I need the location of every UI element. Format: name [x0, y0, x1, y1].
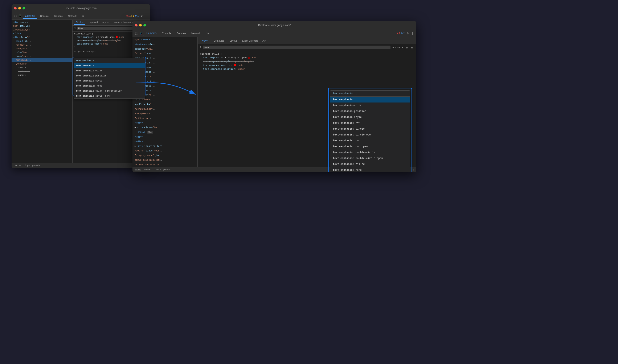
fg-dom-line: "UUbT9" class="UUb...: [133, 148, 197, 153]
bg-subtab-computed[interactable]: Computed: [86, 21, 99, 25]
bg-warning-badge: ⚠ 1: [130, 15, 134, 17]
fg-css-emphasis-position: text-emphasis-position: under;: [200, 67, 414, 71]
fg-tab-network[interactable]: Network: [189, 31, 203, 36]
fg-dom-line: "display:none" jsa...: [133, 153, 197, 158]
dom-line: text-e...: [12, 70, 72, 74]
bg-subtab-styles[interactable]: Styles: [74, 20, 85, 25]
bg-inspect-icon[interactable]: ⬚: [13, 14, 17, 18]
fg-add-style-icon[interactable]: +: [402, 46, 403, 49]
dom-line: type="sub...: [12, 55, 72, 58]
fg-autocomplete-item-6[interactable]: text-emphasis: circle open: [330, 132, 410, 138]
fg-tab-more[interactable]: >>: [204, 31, 212, 36]
dom-line: <input cl...: [12, 39, 72, 43]
bg-autocomplete[interactable]: text-emphasis: ; text-emphasis text-emph…: [74, 58, 145, 99]
fg-dom-line: "0chBUKEwiggf...: [133, 107, 197, 111]
bg-filter-input[interactable]: [77, 27, 133, 30]
bg-tab-network[interactable]: Network: [66, 13, 79, 18]
fg-autocomplete-item-5[interactable]: text-emphasis: circle: [330, 126, 410, 132]
fg-dom-line: tzDCd;mouseleave:M...: [133, 158, 197, 162]
bg-tab-elements[interactable]: Elements: [23, 13, 37, 19]
fg-maximize-button[interactable]: [143, 24, 146, 26]
bg-more-icon[interactable]: ⋮: [144, 14, 149, 18]
fg-tab-console[interactable]: Console: [159, 31, 174, 36]
bg-autocomplete-item-2[interactable]: text-emphasis-position: [74, 73, 145, 78]
fg-autocomplete-item-7[interactable]: text-emphasis: dot: [330, 138, 410, 144]
fg-autocomplete-item-11[interactable]: text-emphasis: filled: [330, 161, 410, 167]
bg-settings-icon[interactable]: ⚙: [139, 14, 144, 18]
fg-tab-elements[interactable]: Elements: [143, 30, 159, 36]
fg-status-hash: 9FBc: [135, 169, 141, 171]
fg-autocomplete-item-10[interactable]: text-emphasis: double-circle open: [330, 156, 410, 161]
bg-devtools-tabs: ⬚ 📱 Elements Console Sources Network >> …: [12, 12, 150, 20]
bg-autocomplete-item-4[interactable]: text-emphasis: none: [74, 83, 145, 89]
fg-dom-line: </div>: [133, 121, 197, 125]
dom-line: 8pb" data-ved: [12, 24, 72, 28]
fg-autocomplete-item-12[interactable]: text-emphasis: none: [330, 167, 410, 172]
bg-autocomplete-item-6[interactable]: text-emphasis-style: none: [74, 93, 145, 99]
bg-close-button[interactable]: [14, 7, 17, 10]
fg-subtab-events[interactable]: Event Listeners: [240, 39, 260, 43]
bg-device-icon[interactable]: 📱: [18, 14, 22, 18]
fg-css-emphasis: text-emphasis: ▼ triangle open red;: [200, 56, 414, 60]
fg-filter-pseudo: :hov .cls: [392, 46, 400, 49]
fg-subtab-more[interactable]: >>: [262, 39, 266, 42]
fg-window-title: DevTools - www.google.com/: [258, 24, 291, 27]
dom-line: text-e...: [12, 66, 72, 70]
fg-autocomplete-item-4[interactable]: text-emphasis: "♥": [330, 120, 410, 126]
bg-tab-sources[interactable]: Sources: [52, 13, 65, 18]
bg-tab-more[interactable]: >>: [80, 13, 87, 18]
fg-device-icon[interactable]: 📱: [139, 31, 143, 36]
dom-line: "Google S...: [12, 47, 72, 51]
fg-inspect-icon[interactable]: ⬚: [134, 31, 138, 36]
bg-info-badge: ⚑ 1: [135, 15, 138, 17]
bg-maximize-button[interactable]: [23, 7, 25, 10]
fg-autocomplete-item-3[interactable]: text-emphasis-style: [330, 114, 410, 120]
bg-autocomplete-item-5[interactable]: text-emphasis-color: currentcolor: [74, 89, 145, 93]
fg-subtab-computed[interactable]: Computed: [212, 39, 226, 43]
fg-autocomplete-item-0[interactable]: text-emphasis: [330, 97, 410, 103]
fg-tab-sources[interactable]: Sources: [174, 31, 188, 36]
fg-autocomplete-item-8[interactable]: text-emphasis: dot open: [330, 144, 410, 150]
fg-style-icon3[interactable]: ⊞: [410, 45, 414, 50]
fg-styles-filter: ⊽ :hov .cls + ⊟ ⊞: [198, 44, 416, 51]
fg-subtab-layout[interactable]: Layout: [228, 39, 239, 43]
bg-subtab-layout[interactable]: Layout: [100, 21, 111, 25]
fg-css-emphasis-color: text-emphasis-color: red;: [200, 64, 414, 67]
bg-autocomplete-item-3[interactable]: text-emphasis-style: [74, 78, 145, 83]
bg-tab-console[interactable]: Console: [38, 13, 51, 18]
fg-dom-line: "Alh6id" aut...: [133, 51, 197, 56]
fg-autocomplete[interactable]: text-emphasis: ; text-emphasis text-emph…: [330, 90, 410, 172]
bg-autocomplete-item-1[interactable]: text-emphasis-color: [74, 68, 145, 73]
fg-autocomplete-item-9[interactable]: text-emphasis: double-circle: [330, 150, 410, 156]
fg-dom-line: "></textar...: [133, 116, 197, 121]
fg-styles-content: element.style { text-emphasis: ▼ triangl…: [198, 51, 416, 76]
fg-subtab-styles[interactable]: Styles: [200, 39, 210, 43]
bg-status-selector2: input.gNO89b: [25, 164, 40, 167]
bg-window-title: DevTools - www.google.com/: [65, 7, 97, 10]
fg-toolbar-icons: ⊗ 1 ⚑ 2 ⚙ ⋮: [397, 31, 415, 36]
fg-minimize-button[interactable]: [139, 24, 142, 26]
bg-status-selector1: center: [14, 164, 21, 167]
fg-dom-line: VOGcQS3UDCAc...: [133, 111, 197, 116]
fg-dom-line: spellcheck="...: [133, 102, 197, 107]
fg-autocomplete-item-1[interactable]: text-emphasis-color: [330, 103, 410, 108]
bg-subtab-events[interactable]: Event Listeners: [112, 21, 134, 25]
fg-autocomplete-item-2[interactable]: text-emphasis-position: [330, 108, 410, 114]
fg-filter-input[interactable]: [203, 46, 390, 49]
fg-error-badge: ⊗ 1: [397, 32, 400, 34]
fg-dom-line: </div>: [133, 139, 197, 144]
fg-style-icon2[interactable]: ⊟: [405, 45, 409, 50]
fg-close-button[interactable]: [135, 24, 137, 26]
dom-line: "Google S...: [12, 43, 72, 47]
fg-status-selector2: input.gNO89b: [155, 169, 170, 171]
fg-settings-icon[interactable]: ⚙: [405, 31, 410, 36]
fg-info-badge: ⚑ 2: [401, 32, 405, 34]
fg-dom-line: <textarea cla...: [133, 42, 197, 47]
fg-nav-next[interactable]: ▶: [413, 169, 414, 171]
bg-dom-panel[interactable]: <div jsname= 8pb" data-ved IAxUqWUEAHQU4…: [12, 20, 72, 168]
fg-more-icon[interactable]: ⋮: [411, 31, 415, 36]
bg-autocomplete-item-0[interactable]: text-emphasis: [74, 63, 145, 68]
fg-titlebar: DevTools - www.google.com/: [133, 21, 416, 29]
bg-minimize-button[interactable]: [18, 7, 21, 10]
fg-dom-line: controls="All: [133, 47, 197, 51]
